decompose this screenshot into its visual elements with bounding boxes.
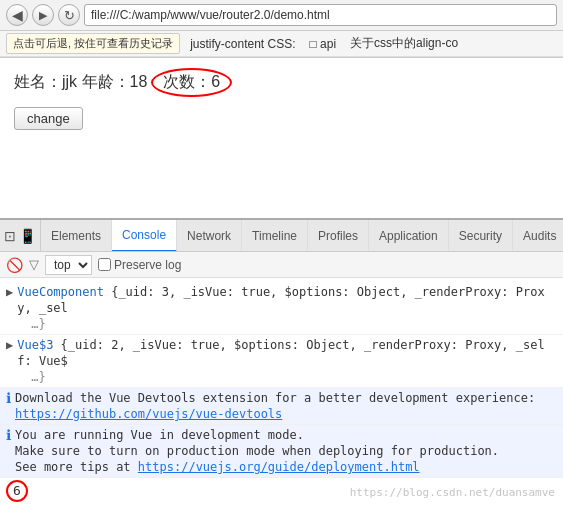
console-entry-text: VueComponent {_uid: 3, _isVue: true, $op… [17,284,557,332]
tab-security[interactable]: Security [449,220,513,252]
devtools-console-content: ▶ VueComponent {_uid: 3, _isVue: true, $… [0,278,563,503]
preserve-log-checkbox[interactable] [98,258,111,271]
tab-elements[interactable]: Elements [41,220,112,252]
browser-chrome: ◀ ▶ ↻ 点击可后退, 按住可查看历史记录 justify-content C… [0,0,563,58]
output-6-wrapper: 6 [6,480,28,502]
console-entry-production-info: ℹ You are running Vue in development mod… [0,425,563,478]
back-button[interactable]: ◀ [6,4,28,26]
bookmark-api[interactable]: □ api [306,36,341,52]
bookmark-justify-content[interactable]: justify-content CSS: [186,36,299,52]
devtools-inspect-icon[interactable]: ⊡ [4,228,16,244]
page-circled-count: 次数：6 [151,68,232,97]
tooltip-hint: 点击可后退, 按住可查看历史记录 [6,33,180,54]
preserve-log-label[interactable]: Preserve log [98,258,181,272]
filter-icon[interactable]: ▽ [29,257,39,272]
tab-audits[interactable]: Audits [513,220,563,252]
devtools-tabs: ⊡ 📱 Elements Console Network Timeline Pr… [0,220,563,252]
tab-network[interactable]: Network [177,220,242,252]
address-bar[interactable] [84,4,557,26]
console-entry-text-devtools: Download the Vue Devtools extension for … [15,390,535,422]
page-content: 姓名：jjk 年龄：18 次数：6 change [0,58,563,218]
console-entry-vuecomponent: ▶ VueComponent {_uid: 3, _isVue: true, $… [0,282,563,335]
console-entry-devtools-info: ℹ Download the Vue Devtools extension fo… [0,388,563,425]
tab-application[interactable]: Application [369,220,449,252]
devtools-filter-bar: 🚫 ▽ top Preserve log [0,252,563,278]
bookmark-align[interactable]: 关于css中的align-co [346,34,462,53]
no-entry-icon[interactable]: 🚫 [6,257,23,273]
page-info-text: 姓名：jjk 年龄：18 [14,72,147,93]
devtools-panel: ⊡ 📱 Elements Console Network Timeline Pr… [0,218,563,503]
preserve-log-text: Preserve log [114,258,181,272]
console-entry-text-production: You are running Vue in development mode.… [15,427,499,475]
devtools-mobile-icon[interactable]: 📱 [19,228,36,244]
expand-arrow[interactable]: ▶ [6,284,13,300]
info-icon-2: ℹ [6,427,11,443]
reload-button[interactable]: ↻ [58,4,80,26]
deployment-link[interactable]: https://vuejs.org/guide/deployment.html [138,460,420,474]
context-selector[interactable]: top [45,255,92,275]
info-icon: ℹ [6,390,11,406]
change-button[interactable]: change [14,107,83,130]
watermark: https://blog.csdn.net/duansamve [350,486,555,499]
console-entry-vue3: ▶ Vue$3 {_uid: 2, _isVue: true, $options… [0,335,563,388]
nav-bar: ◀ ▶ ↻ [0,0,563,31]
console-entry-text-2: Vue$3 {_uid: 2, _isVue: true, $options: … [17,337,557,385]
circled-6: 6 [6,480,28,502]
tab-timeline[interactable]: Timeline [242,220,308,252]
expand-arrow-2[interactable]: ▶ [6,337,13,353]
devtools-link[interactable]: https://github.com/vuejs/vue-devtools [15,407,282,421]
page-info: 姓名：jjk 年龄：18 次数：6 [14,68,549,97]
tab-console[interactable]: Console [112,220,177,252]
bookmarks-bar: 点击可后退, 按住可查看历史记录 justify-content CSS: □ … [0,31,563,57]
forward-button[interactable]: ▶ [32,4,54,26]
tab-profiles[interactable]: Profiles [308,220,369,252]
